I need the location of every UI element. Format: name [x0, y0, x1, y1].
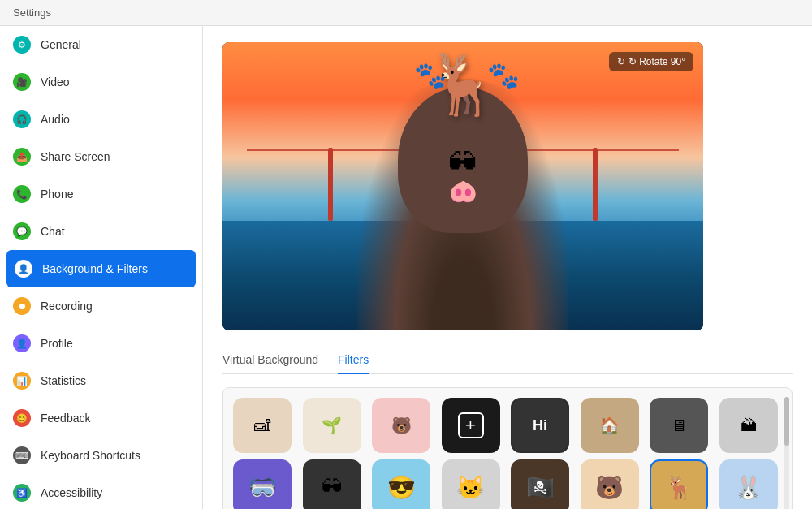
sidebar-label-audio: Audio [41, 113, 70, 126]
sidebar-item-chat[interactable]: 💬 Chat [0, 213, 202, 250]
sidebar-item-recording[interactable]: ⏺ Recording [0, 287, 202, 325]
filter-outdoor-emoji: 🏔 [741, 416, 757, 435]
scrollbar-track [784, 397, 789, 509]
filter-item-pirate[interactable]: 🏴‍☠️ [511, 459, 569, 509]
bear-ear-right: 🐾 [487, 60, 520, 91]
content-area: 🦌 🐾 🐾 🕶 🐽 ↻ ↻ Rotate 90° Virtual Backgro… [203, 26, 812, 509]
share-screen-icon: 📤 [13, 148, 31, 166]
sidebar-label-chat: Chat [41, 225, 65, 238]
sidebar: ⚙ General 🎥 Video 🎧 Audio 📤 Share Screen… [0, 26, 203, 509]
video-icon: 🎥 [13, 73, 31, 91]
filter-pirate-emoji: 🏴‍☠️ [526, 474, 555, 501]
sidebar-label-keyboard-shortcuts: Keyboard Shortcuts [41, 449, 140, 462]
rotate-icon: ↻ [617, 56, 625, 67]
filter-bear-emoji: 🐻 [595, 474, 624, 501]
filter-room-emoji: 🛋 [254, 416, 270, 435]
video-preview: 🦌 🐾 🐾 🕶 🐽 ↻ ↻ Rotate 90° [222, 42, 703, 330]
filter-item-room[interactable]: 🏠 [581, 398, 639, 453]
accessibility-icon: ♿ [13, 484, 31, 502]
filter-item-bear[interactable]: 🐻 [581, 459, 639, 509]
filter-item-no-filter-room[interactable]: 🛋 [233, 398, 292, 453]
sidebar-item-keyboard-shortcuts[interactable]: ⌨ Keyboard Shortcuts [0, 437, 202, 474]
sidebar-item-statistics[interactable]: 📊 Statistics [0, 362, 202, 399]
sidebar-label-accessibility: Accessibility [41, 486, 102, 499]
statistics-icon: 📊 [13, 372, 31, 390]
background-filters-icon: 👤 [15, 260, 32, 278]
sidebar-item-profile[interactable]: 👤 Profile [0, 325, 202, 362]
main-container: ⚙ General 🎥 Video 🎧 Audio 📤 Share Screen… [0, 26, 812, 509]
filter-3dglasses-emoji: 🕶 [322, 475, 343, 500]
filter-vr-emoji: 🥽 [248, 474, 277, 501]
sidebar-label-phone: Phone [41, 188, 73, 201]
filter-item-no-filter-plant[interactable]: 🌱 [303, 398, 361, 453]
keyboard-shortcuts-icon: ⌨ [13, 446, 31, 464]
glasses-filter: 🕶 [448, 146, 477, 180]
rotate-button[interactable]: ↻ ↻ Rotate 90° [609, 52, 693, 71]
sidebar-item-feedback[interactable]: 😊 Feedback [0, 399, 202, 437]
phone-icon: 📞 [13, 185, 31, 203]
window-title: Settings [13, 6, 51, 19]
filter-item-cat[interactable]: 🐱 [442, 459, 500, 509]
audio-icon: 🎧 [13, 110, 31, 128]
sidebar-label-share-screen: Share Screen [41, 150, 110, 163]
filter-item-deer[interactable]: 🦌 [650, 459, 708, 509]
filter-item-hi[interactable]: Hi [511, 398, 569, 453]
filter-pink-emoji: 🐻 [391, 416, 412, 435]
sidebar-label-general: General [41, 38, 81, 51]
filter-screen-emoji: 🖥 [671, 416, 687, 435]
sidebar-item-video[interactable]: 🎥 Video [0, 63, 202, 101]
sidebar-label-recording: Recording [41, 300, 93, 313]
tab-filters[interactable]: Filters [338, 347, 369, 374]
hi-badge: Hi [512, 399, 568, 451]
filter-room2-emoji: 🏠 [599, 416, 620, 435]
filter-scroll-container: 🛋 🌱 🐻 + Hi 🏠 🖥 [222, 387, 793, 509]
tab-virtual-background[interactable]: Virtual Background [222, 347, 318, 374]
filter-deer-emoji: 🦌 [665, 474, 693, 501]
sidebar-label-profile: Profile [41, 337, 73, 350]
sidebar-item-accessibility[interactable]: ♿ Accessibility [0, 474, 202, 509]
sidebar-item-audio[interactable]: 🎧 Audio [0, 101, 202, 138]
filter-plant-emoji: 🌱 [322, 416, 342, 435]
general-icon: ⚙ [13, 36, 31, 54]
add-filter-plus-icon: + [458, 412, 484, 438]
nose-filter: 🐽 [449, 178, 477, 205]
profile-icon: 👤 [13, 334, 31, 352]
sidebar-label-statistics: Statistics [41, 374, 86, 387]
scrollbar-thumb[interactable] [784, 397, 789, 446]
filter-item-add[interactable]: + [442, 398, 500, 453]
filter-item-3d-glasses[interactable]: 🕶 [303, 459, 361, 509]
sidebar-label-feedback: Feedback [41, 412, 90, 425]
filter-bunny-emoji: 🐰 [734, 474, 762, 501]
filter-sunglasses-emoji: 😎 [387, 474, 416, 501]
sidebar-item-general[interactable]: ⚙ General [0, 26, 202, 63]
recording-icon: ⏺ [13, 297, 31, 315]
sidebar-item-phone[interactable]: 📞 Phone [0, 175, 202, 213]
filter-cat-emoji: 🐱 [456, 474, 485, 501]
filter-item-vr[interactable]: 🥽 [233, 459, 292, 509]
bear-ear-left: 🐾 [414, 60, 447, 91]
feedback-icon: 😊 [13, 409, 31, 427]
filter-item-outdoor[interactable]: 🏔 [719, 398, 778, 453]
filter-item-no-filter-pink[interactable]: 🐻 [372, 398, 430, 453]
video-background: 🦌 🐾 🐾 🕶 🐽 [222, 42, 703, 330]
sidebar-item-background-filters[interactable]: 👤 Background & Filters [6, 250, 196, 287]
filter-item-sunglasses[interactable]: 😎 [372, 459, 430, 509]
filter-item-screen[interactable]: 🖥 [650, 398, 708, 453]
filter-item-bunny[interactable]: 🐰 [719, 459, 778, 509]
rotate-label: ↻ Rotate 90° [628, 56, 685, 67]
filters-grid: 🛋 🌱 🐻 + Hi 🏠 🖥 [222, 387, 793, 509]
sidebar-label-video: Video [41, 75, 70, 88]
sidebar-item-share-screen[interactable]: 📤 Share Screen [0, 138, 202, 175]
tabs-row: Virtual Background Filters [222, 347, 793, 374]
sidebar-label-background-filters: Background & Filters [42, 262, 148, 275]
chat-icon: 💬 [13, 222, 31, 240]
title-bar: Settings [0, 0, 812, 26]
